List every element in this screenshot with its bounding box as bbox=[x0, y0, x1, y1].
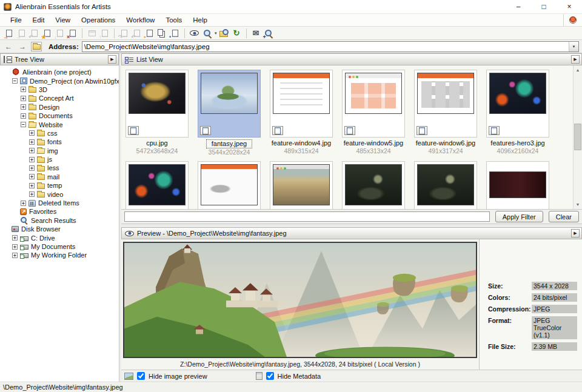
file-doc-icon[interactable] bbox=[128, 126, 139, 135]
tree-item-fonts[interactable]: +fonts bbox=[2, 138, 119, 146]
annotate-icon[interactable]: + bbox=[263, 28, 275, 39]
thumbnail-cell[interactable] bbox=[270, 70, 333, 138]
tree-expander-collapse-icon[interactable]: − bbox=[12, 78, 18, 84]
list-panel-expand-button[interactable]: ▶ bbox=[571, 55, 580, 64]
minimize-button[interactable]: – bbox=[506, 0, 531, 13]
delete-file-icon[interactable]: × bbox=[67, 28, 78, 39]
tree-item-less[interactable]: +less bbox=[2, 164, 119, 172]
tree-expander-expand-icon[interactable]: + bbox=[29, 139, 35, 145]
preview-icon[interactable] bbox=[189, 28, 200, 39]
file-doc-icon[interactable] bbox=[416, 126, 427, 135]
hide-metadata-label[interactable]: Hide Metadata bbox=[278, 373, 321, 380]
thumbnail-cell[interactable] bbox=[342, 70, 405, 138]
find-in-folder-icon[interactable] bbox=[218, 28, 230, 39]
tree-item-disk-browser[interactable]: Disk Browser bbox=[2, 225, 119, 233]
thumbnail-cell[interactable] bbox=[414, 161, 477, 210]
tree-expander-expand-icon[interactable]: + bbox=[29, 183, 35, 188]
tree-item-video[interactable]: +video bbox=[2, 190, 119, 198]
menu-item-operations[interactable]: Operations bbox=[76, 15, 121, 25]
hide-metadata-checkbox[interactable] bbox=[266, 372, 274, 380]
tree-expander-expand-icon[interactable]: + bbox=[29, 157, 35, 162]
scroll-down-icon[interactable]: ▼ bbox=[574, 200, 582, 209]
tree-item-design[interactable]: +Design bbox=[2, 103, 119, 111]
apply-filter-button[interactable]: Apply Filter bbox=[495, 211, 543, 222]
tree-item-my-working-folder[interactable]: +My Working Folder bbox=[2, 251, 119, 259]
scroll-up-icon[interactable]: ▲ bbox=[574, 65, 582, 75]
thumbnail-cell[interactable] bbox=[198, 70, 261, 138]
thumbnail-cell[interactable] bbox=[342, 161, 405, 210]
tree-item-alienbrain-one-project[interactable]: Alienbrain (one project) bbox=[2, 68, 119, 76]
tree-item-demo-project-on-abwin10gfx[interactable]: −Demo_Project (on Abwin10gfx) bbox=[2, 76, 119, 85]
tree-expander-expand-icon[interactable]: + bbox=[29, 191, 35, 197]
address-dropdown-icon[interactable]: ▼ bbox=[569, 42, 578, 51]
tree-item-my-documents[interactable]: +My Documents bbox=[2, 242, 119, 251]
zoom-dropdown-icon[interactable]: ▾ bbox=[215, 31, 217, 36]
tree-expander-expand-icon[interactable]: + bbox=[29, 130, 35, 136]
maximize-button[interactable]: □ bbox=[531, 0, 557, 13]
tree-expander-expand-icon[interactable]: + bbox=[21, 96, 26, 101]
clear-filter-button[interactable]: Clear bbox=[549, 211, 579, 222]
import-file-icon[interactable]: ★ bbox=[41, 28, 53, 39]
thumbnail-cell[interactable] bbox=[125, 70, 189, 138]
scrollbar-thumb[interactable] bbox=[574, 124, 581, 150]
menu-item-workflow[interactable]: Workflow bbox=[121, 15, 160, 25]
tree-expander-expand-icon[interactable]: + bbox=[21, 87, 26, 92]
thumbnail-cell[interactable] bbox=[270, 161, 333, 210]
check-out-icon[interactable]: → bbox=[3, 28, 15, 39]
file-doc-icon[interactable] bbox=[200, 126, 211, 135]
file-doc-icon[interactable] bbox=[344, 126, 355, 135]
tree-item-concept-art[interactable]: +Concept Art bbox=[2, 94, 119, 102]
send-mail-icon[interactable]: ✉ bbox=[250, 28, 262, 39]
properties-icon[interactable]: ▪ bbox=[144, 28, 155, 39]
up-folder-icon[interactable] bbox=[31, 42, 42, 51]
menu-item-tools[interactable]: Tools bbox=[160, 15, 187, 25]
tree-item-deleted-items[interactable]: +Deleted Items bbox=[2, 199, 119, 207]
file-doc-icon[interactable] bbox=[489, 126, 500, 135]
find-file-icon[interactable]: • bbox=[169, 28, 181, 39]
tree-item-img[interactable]: +img bbox=[2, 147, 119, 155]
filter-input[interactable] bbox=[124, 211, 490, 222]
thumbnail-cell[interactable] bbox=[198, 161, 261, 210]
hide-image-preview-label[interactable]: Hide image preview bbox=[149, 373, 207, 380]
menu-item-view[interactable]: View bbox=[50, 15, 76, 25]
tree-expander-expand-icon[interactable]: + bbox=[12, 244, 18, 250]
back-icon[interactable]: ← bbox=[3, 41, 14, 51]
tree-item-3d[interactable]: +3D bbox=[2, 85, 119, 94]
tree-expander-collapse-icon[interactable]: − bbox=[21, 122, 26, 127]
tree-item-c-drive[interactable]: +C: Drive bbox=[2, 233, 119, 242]
copy-icon[interactable] bbox=[156, 28, 168, 39]
tree-item-temp[interactable]: +temp bbox=[2, 181, 119, 190]
close-button[interactable]: × bbox=[557, 0, 582, 13]
tree-expander-expand-icon[interactable]: + bbox=[29, 165, 35, 171]
tree-item-mail[interactable]: +mail bbox=[2, 173, 119, 181]
tree-panel-expand-button[interactable]: ▶ bbox=[108, 55, 116, 64]
menu-item-file[interactable]: File bbox=[5, 15, 27, 25]
tree-item-js[interactable]: +js bbox=[2, 155, 119, 164]
menu-item-help[interactable]: Help bbox=[187, 15, 213, 25]
tree-item-documents[interactable]: +Documents bbox=[2, 111, 119, 120]
tree-expander-expand-icon[interactable]: + bbox=[29, 148, 35, 153]
tree-item-favorites[interactable]: Favorites bbox=[2, 207, 119, 216]
tree-expander-expand-icon[interactable]: + bbox=[21, 113, 26, 119]
thumbnail-cell[interactable] bbox=[486, 70, 549, 138]
thumbnail-cell[interactable] bbox=[486, 161, 549, 210]
vertical-scrollbar[interactable]: ▲ ▼ bbox=[573, 65, 582, 209]
menu-item-edit[interactable]: Edit bbox=[27, 15, 50, 25]
tree-item-css[interactable]: +css bbox=[2, 129, 119, 138]
tree-expander-expand-icon[interactable]: + bbox=[21, 104, 26, 110]
thumbnail-cell[interactable] bbox=[125, 161, 189, 210]
thumbnail-cell[interactable] bbox=[414, 70, 477, 138]
hide-image-preview-checkbox[interactable] bbox=[137, 372, 145, 380]
preview-panel-expand-button[interactable]: ▶ bbox=[571, 229, 580, 238]
tree-expander-expand-icon[interactable]: + bbox=[21, 201, 26, 206]
refresh-icon[interactable]: ↻ bbox=[231, 28, 242, 39]
tree-item-search-results[interactable]: Search Results bbox=[2, 216, 119, 225]
zoom-icon[interactable] bbox=[201, 28, 213, 39]
tree-expander-expand-icon[interactable]: + bbox=[12, 235, 18, 241]
tree-expander-expand-icon[interactable]: + bbox=[12, 253, 18, 258]
tree-item-website[interactable]: −Website bbox=[2, 120, 119, 128]
address-input[interactable] bbox=[82, 43, 569, 50]
forward-icon[interactable]: → bbox=[17, 41, 28, 51]
file-doc-icon[interactable] bbox=[272, 126, 283, 135]
tree-expander-expand-icon[interactable]: + bbox=[29, 174, 35, 179]
